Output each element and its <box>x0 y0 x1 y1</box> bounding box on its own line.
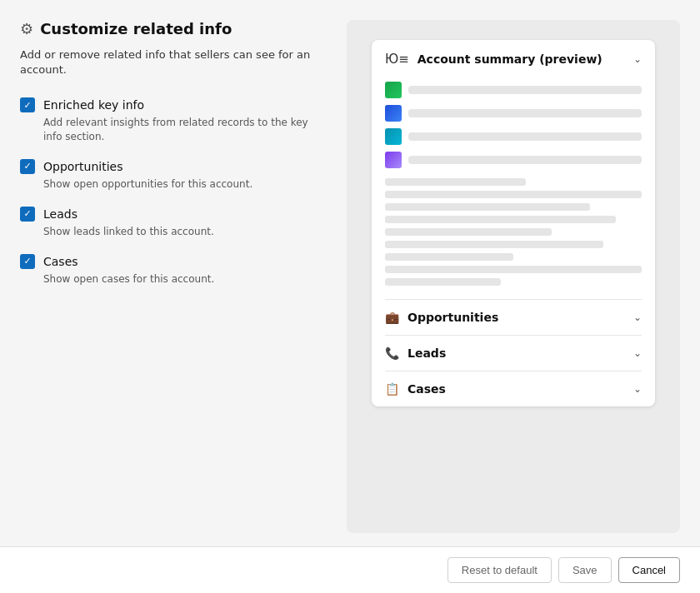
cases-icon: 📋 <box>385 382 399 396</box>
section-row-opportunities[interactable]: 💼 Opportunities ⌄ <box>372 300 655 335</box>
leads-icon: 📞 <box>385 346 399 360</box>
text-line-1 <box>385 178 526 186</box>
label-enriched-key-info: Enriched key info <box>43 98 144 112</box>
text-line-3 <box>385 203 590 211</box>
summary-item-1 <box>385 82 642 98</box>
save-button[interactable]: Save <box>558 557 612 583</box>
summary-icon-green <box>385 82 402 98</box>
bottom-bar: Reset to default Save Cancel <box>0 546 700 593</box>
description-cases: Show open cases for this account. <box>43 272 320 287</box>
summary-items <box>385 82 642 168</box>
preview-card: Ю≡ Account summary (preview) ⌄ <box>372 40 655 406</box>
section-row-leads[interactable]: 📞 Leads ⌄ <box>372 336 655 371</box>
leads-chevron-icon: ⌄ <box>633 347 642 359</box>
left-panel: ⚙ Customize related info Add or remove r… <box>20 20 320 533</box>
section-row-leads-left: 📞 Leads <box>385 346 446 360</box>
customize-icon: ⚙ <box>20 20 33 37</box>
checkbox-opportunities[interactable] <box>20 159 35 174</box>
summary-bar-3 <box>408 132 642 141</box>
summary-item-4 <box>385 152 642 168</box>
description-leads: Show leads linked to this account. <box>43 225 320 239</box>
summary-icon-blue <box>385 105 402 122</box>
text-line-8 <box>385 266 642 273</box>
section-row-opp-left: 💼 Opportunities <box>385 311 498 324</box>
summary-icon-teal <box>385 128 402 145</box>
checkbox-enriched-key-info[interactable] <box>20 97 35 112</box>
text-line-6 <box>385 241 603 248</box>
checkbox-leads[interactable] <box>20 207 35 222</box>
summary-item-3 <box>385 128 642 145</box>
text-line-7 <box>385 253 513 261</box>
label-opportunities: Opportunities <box>43 160 123 173</box>
label-leads: Leads <box>43 207 78 221</box>
text-line-5 <box>385 228 552 236</box>
option-cases: Cases Show open cases for this account. <box>20 254 320 287</box>
option-row-leads: Leads <box>20 207 320 222</box>
preview-panel: Ю≡ Account summary (preview) ⌄ <box>347 20 680 533</box>
option-row-cases: Cases <box>20 254 320 269</box>
cancel-button[interactable]: Cancel <box>618 557 680 583</box>
account-summary-chevron-icon: ⌄ <box>633 53 642 65</box>
option-row-enriched: Enriched key info <box>20 97 320 112</box>
section-label-cases: Cases <box>408 382 446 396</box>
description-enriched-key-info: Add relevant insights from related recor… <box>43 116 320 144</box>
page-description: Add or remove related info that sellers … <box>20 47 320 77</box>
page-header: ⚙ Customize related info <box>20 20 320 37</box>
account-summary-header[interactable]: Ю≡ Account summary (preview) ⌄ <box>372 40 655 78</box>
option-enriched-key-info: Enriched key info Add relevant insights … <box>20 97 320 144</box>
opportunities-chevron-icon: ⌄ <box>633 311 642 323</box>
summary-bar-4 <box>408 156 642 164</box>
option-opportunities: Opportunities Show open opportunities fo… <box>20 159 320 192</box>
text-line-9 <box>385 278 501 286</box>
section-label-opportunities: Opportunities <box>408 311 498 324</box>
cases-chevron-icon: ⌄ <box>633 383 642 395</box>
account-summary-title: Account summary (preview) <box>418 52 602 66</box>
text-lines-group <box>385 178 642 286</box>
section-row-cases[interactable]: 📋 Cases ⌄ <box>372 371 655 406</box>
account-summary-body <box>372 78 655 299</box>
account-summary-icon: Ю≡ <box>385 52 409 67</box>
reset-to-default-button[interactable]: Reset to default <box>448 557 552 583</box>
summary-icon-purple <box>385 152 402 168</box>
text-line-2 <box>385 191 642 198</box>
opportunities-icon: 💼 <box>385 311 399 324</box>
option-leads: Leads Show leads linked to this account. <box>20 207 320 239</box>
text-line-4 <box>385 216 616 223</box>
summary-bar-1 <box>408 86 642 94</box>
page-title: Customize related info <box>40 20 232 37</box>
section-label-leads: Leads <box>408 346 446 360</box>
account-summary-header-left: Ю≡ Account summary (preview) <box>385 52 602 67</box>
summary-item-2 <box>385 105 642 122</box>
summary-bar-2 <box>408 109 642 117</box>
description-opportunities: Show open opportunities for this account… <box>43 177 320 192</box>
checkbox-cases[interactable] <box>20 254 35 269</box>
section-row-cases-left: 📋 Cases <box>385 382 446 396</box>
label-cases: Cases <box>43 255 78 268</box>
option-row-opportunities: Opportunities <box>20 159 320 174</box>
